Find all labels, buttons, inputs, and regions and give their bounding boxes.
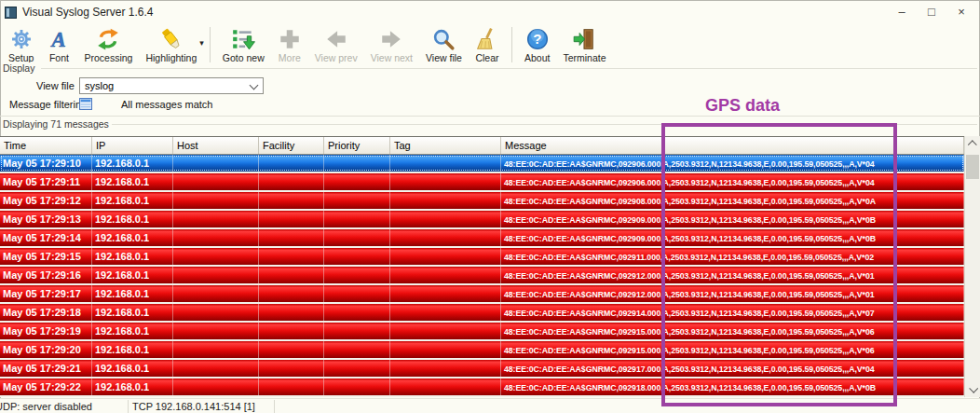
table-row[interactable]: May 05 17:29:21192.168.0.148:EE:0C:AD:EE… — [0, 360, 964, 377]
cell-time: May 05 17:29:19 — [0, 323, 92, 339]
gps-data-annotation-label: GPS data — [705, 96, 780, 116]
column-header-priority[interactable]: Priority — [324, 137, 390, 154]
cell-message: 48:EE:0C:AD:EE:AA$GNRMC,092906.000,A,250… — [501, 155, 964, 172]
cell-tag — [390, 267, 501, 283]
cell-tag — [390, 360, 501, 377]
cell-time: May 05 17:29:17 — [0, 285, 92, 302]
cell-priority — [324, 267, 390, 283]
table-header: TimeIPHostFacilityPriorityTagMessage — [0, 136, 964, 155]
cell-tag — [390, 248, 501, 265]
cell-ip: 192.168.0.1 — [92, 304, 173, 321]
view-file-dropdown[interactable]: syslog — [79, 77, 264, 94]
table-row[interactable]: May 05 17:29:11192.168.0.148:EE:0C:AD:EE… — [0, 173, 964, 190]
column-header-message[interactable]: Message — [501, 137, 964, 154]
clear-button[interactable]: Clear — [469, 24, 506, 63]
status-item: UDP: server disabled — [0, 401, 92, 412]
scrollbar-thumb[interactable] — [966, 155, 979, 179]
cell-tag — [390, 304, 501, 321]
exit-door-icon — [572, 26, 596, 51]
column-header-host[interactable]: Host — [173, 137, 259, 154]
column-header-facility[interactable]: Facility — [259, 137, 324, 154]
cell-time: May 05 17:29:20 — [0, 341, 92, 358]
cell-host — [173, 192, 259, 209]
cell-tag — [390, 323, 501, 339]
table-row[interactable]: May 05 17:29:19192.168.0.148:EE:0C:AD:EE… — [0, 323, 964, 339]
goto-new-button[interactable]: Goto new — [216, 24, 271, 63]
question-circle-icon: ? — [525, 26, 550, 51]
cell-facility — [259, 379, 324, 395]
column-header-ip[interactable]: IP — [92, 137, 173, 154]
table-row[interactable]: May 05 17:29:22192.168.0.148:EE:0C:AD:EE… — [0, 379, 964, 395]
toolbar-button-label: Highlighting — [145, 52, 197, 63]
cell-message: 48:EE:0C:AD:EE:AA$GNRMC,092909.000,A,250… — [501, 229, 964, 246]
cell-time: May 05 17:29:13 — [0, 211, 92, 227]
table-row[interactable]: May 05 17:29:20192.168.0.148:EE:0C:AD:EE… — [0, 341, 964, 358]
cell-time: May 05 17:29:22 — [0, 379, 92, 395]
statusbar-divider — [274, 400, 275, 413]
about-button[interactable]: ?About — [518, 24, 556, 63]
chevron-down-icon — [969, 384, 978, 393]
view-next-button[interactable]: View next — [364, 24, 419, 63]
toolbar-button-label: View prev — [315, 52, 358, 63]
title-bar: Visual Syslog Server 1.6.4 – □ × — [0, 0, 980, 24]
table-row[interactable]: May 05 17:29:12192.168.0.148:EE:0C:AD:EE… — [0, 192, 964, 209]
cell-message: 48:EE:0C:AD:EE:AA$GNRMC,092915.000,A,250… — [501, 323, 964, 339]
highlighting-dropdown-button[interactable]: ▾ — [199, 38, 204, 48]
table-row[interactable]: May 05 17:29:16192.168.0.148:EE:0C:AD:EE… — [0, 267, 964, 283]
broom-icon — [475, 26, 499, 51]
cell-facility — [259, 173, 324, 190]
setup-button[interactable]: Setup — [2, 24, 40, 63]
gear-icon — [9, 26, 34, 51]
cell-host — [173, 248, 259, 265]
scroll-up-button[interactable] — [965, 136, 980, 152]
cell-host — [173, 155, 259, 172]
view-prev-button[interactable]: View prev — [308, 24, 364, 63]
cell-host — [173, 285, 259, 302]
view-file-label: View file — [36, 80, 75, 91]
vertical-scrollbar[interactable] — [964, 136, 980, 397]
toolbar-button-label: Processing — [84, 52, 132, 63]
section-divider-line — [0, 116, 980, 117]
table-row[interactable]: May 05 17:29:14192.168.0.148:EE:0C:AD:EE… — [0, 229, 964, 246]
column-header-tag[interactable]: Tag — [390, 137, 501, 154]
toolbar-button-label: More — [279, 52, 301, 63]
more-button[interactable]: More — [271, 24, 308, 63]
filter-settings-button[interactable] — [79, 98, 92, 110]
table-row[interactable]: May 05 17:29:18192.168.0.148:EE:0C:AD:EE… — [0, 304, 964, 321]
cell-message: 48:EE:0C:AD:EE:AA$GNRMC,092911.000,A,250… — [501, 248, 964, 265]
maximize-button[interactable]: □ — [917, 0, 946, 24]
terminate-button[interactable]: Terminate — [556, 24, 612, 63]
table-row[interactable]: May 05 17:29:15192.168.0.148:EE:0C:AD:EE… — [0, 248, 964, 265]
toolbar-button-label: View file — [426, 52, 462, 63]
table-row[interactable]: May 05 17:29:10192.168.0.148:EE:0C:AD:EE… — [0, 155, 964, 172]
table-row[interactable]: May 05 17:29:13192.168.0.148:EE:0C:AD:EE… — [0, 211, 964, 227]
cell-tag — [390, 229, 501, 246]
cell-message: 48:EE:0C:AD:EE:AA$GNRMC,092917.000,A,250… — [501, 360, 964, 377]
statusbar-divider — [128, 400, 129, 413]
cell-facility — [259, 285, 324, 302]
font-button[interactable]: AFont — [40, 24, 77, 63]
cell-ip: 192.168.0.1 — [92, 323, 173, 339]
cell-tag — [390, 155, 501, 172]
scroll-down-button[interactable] — [965, 381, 980, 397]
cell-ip: 192.168.0.1 — [92, 192, 173, 209]
toolbar-button-label: Clear — [475, 52, 498, 63]
cell-priority — [324, 379, 390, 395]
cell-facility — [259, 155, 324, 172]
cell-host — [173, 229, 259, 246]
message-filtering-label: Message filtering — [9, 99, 87, 110]
cell-facility — [259, 248, 324, 265]
cell-message: 48:EE:0C:AD:EE:AA$GNRMC,092912.000,A,250… — [501, 267, 964, 283]
table-row[interactable]: May 05 17:29:17192.168.0.148:EE:0C:AD:EE… — [0, 285, 964, 302]
cell-ip: 192.168.0.1 — [92, 155, 173, 172]
cell-priority — [324, 173, 390, 190]
close-button[interactable]: × — [946, 0, 976, 24]
view-file-button[interactable]: View file — [419, 24, 469, 63]
processing-button[interactable]: Processing — [77, 24, 139, 63]
column-header-time[interactable]: Time — [0, 137, 92, 154]
app-icon — [5, 7, 17, 19]
cell-time: May 05 17:29:14 — [0, 229, 92, 246]
minimize-button[interactable]: – — [887, 0, 917, 24]
cell-host — [173, 360, 259, 377]
highlighting-button[interactable]: Highlighting — [139, 24, 203, 63]
